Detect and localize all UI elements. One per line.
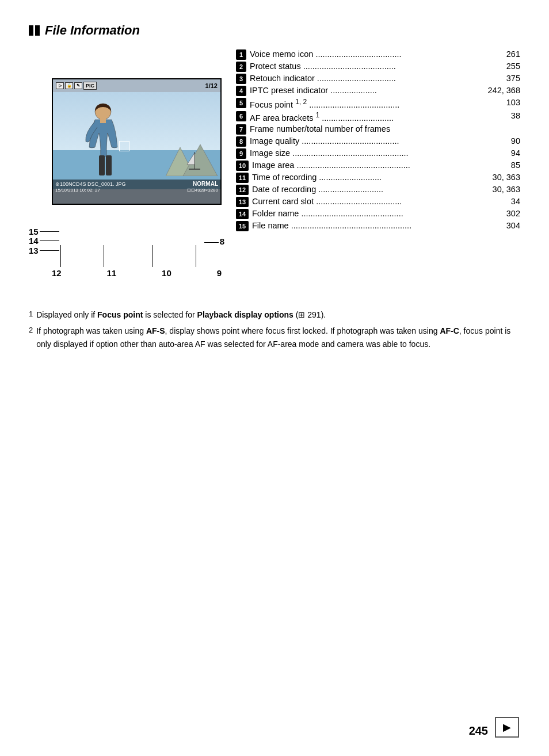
label-13: Current card slot ......................…	[252, 197, 520, 206]
label-4: IPTC preset indicator ..................…	[250, 86, 520, 95]
badge-10: 10	[236, 161, 249, 171]
pic-label: PIC	[83, 82, 97, 90]
num-label-11: 11	[107, 268, 117, 278]
svg-rect-7	[99, 155, 105, 175]
badge-6: 6	[236, 111, 246, 121]
page-title: File Information	[29, 23, 520, 38]
info-item-10: 10 Image area ..........................…	[236, 161, 520, 171]
badge-12: 12	[236, 185, 249, 195]
label-3: Retouch indicator ......................…	[250, 74, 520, 83]
info-item-5: 5 Focus point 1, 2 .....................…	[236, 98, 520, 109]
label-6: AF area brackets 1 .....................…	[250, 111, 520, 123]
screen-icons: ▷ 🔒 ✎ PIC	[56, 82, 97, 90]
page-number: 245	[469, 724, 488, 738]
section-icon	[29, 25, 40, 36]
label-10: Image area .............................…	[252, 161, 520, 170]
date-text: 15/10/2013 10: 02: 27	[55, 188, 100, 193]
info-item-9: 9 Image size ...........................…	[236, 148, 520, 159]
footnote-num-2: 2	[29, 324, 33, 350]
info-item-1: 1 Voice memo icon ......................…	[236, 49, 520, 60]
num-label-14: 14	[29, 236, 59, 246]
quality-label: NORMAL	[193, 181, 218, 187]
footnote-2: 2 If photograph was taken using AF-S, di…	[29, 324, 520, 350]
info-item-14: 14 Folder name .........................…	[236, 209, 520, 219]
icon-retouch: ✎	[74, 82, 82, 89]
info-item-8: 8 Image quality ........................…	[236, 136, 520, 147]
badge-2: 2	[236, 62, 246, 72]
badge-5: 5	[236, 98, 246, 108]
badge-7: 7	[236, 124, 246, 135]
info-item-2: 2 Protect status .......................…	[236, 62, 520, 72]
info-item-13: 13 Current card slot ...................…	[236, 197, 520, 207]
icon-voice: ▷	[56, 82, 64, 89]
label-7: Frame number/total number of frames	[250, 124, 520, 133]
frame-number: 1/12	[205, 82, 218, 89]
info-item-4: 4 IPTC preset indicator ................…	[236, 86, 520, 96]
num-label-10: 10	[162, 268, 171, 278]
info-item-12: 12 Date of recording ...................…	[236, 185, 520, 195]
info-item-11: 11 Time of recording ...................…	[236, 173, 520, 183]
num-label-15: 15	[29, 227, 59, 236]
info-list: 1 Voice memo icon ......................…	[236, 49, 520, 233]
icon-protect: 🔒	[65, 82, 73, 89]
info-item-3: 3 Retouch indicator ....................…	[236, 74, 520, 84]
label-9: Image size .............................…	[250, 148, 520, 158]
footnote-text-1: Displayed only if Focus point is selecte…	[36, 308, 326, 321]
svg-marker-3	[187, 153, 195, 165]
camera-screen: ▷ 🔒 ✎ PIC 1/12	[52, 78, 222, 205]
resolution-text: ⊡⊡4928×3280	[187, 188, 218, 193]
num-label-12: 12	[52, 268, 62, 278]
screen-bottom-bar: ⊛100NCD4S DSC_0001. JPG NORMAL 15/10/201…	[53, 180, 220, 204]
badge-15: 15	[236, 221, 249, 231]
label-1: Voice memo icon ........................…	[250, 49, 520, 59]
info-item-6: 6 AF area brackets 1 ...................…	[236, 111, 520, 123]
badge-14: 14	[236, 209, 249, 219]
screen-top-bar: ▷ 🔒 ✎ PIC 1/12	[53, 79, 220, 92]
sailboat-svg	[186, 152, 203, 172]
num-label-9: 9	[217, 268, 222, 278]
info-item-7: 7 Frame number/total number of frames	[236, 124, 520, 135]
badge-9: 9	[236, 148, 246, 159]
info-item-15: 15 File name ...........................…	[236, 221, 520, 231]
title-text: File Information	[45, 23, 140, 38]
footnotes: 1 Displayed only if Focus point is selec…	[29, 308, 520, 350]
num-label-13: 13	[29, 246, 59, 255]
badge-8: 8	[236, 136, 246, 147]
label-5: Focus point 1, 2 .......................…	[250, 98, 520, 109]
footnote-text-2: If photograph was taken using AF-S, disp…	[36, 324, 520, 350]
playback-icon: ▶	[495, 717, 519, 738]
label-12: Date of recording ......................…	[252, 185, 520, 194]
svg-rect-8	[106, 155, 112, 175]
label-15: File name ..............................…	[252, 221, 520, 230]
badge-13: 13	[236, 197, 249, 207]
badge-4: 4	[236, 86, 246, 96]
focus-square	[119, 141, 129, 151]
badge-1: 1	[236, 49, 246, 60]
footnote-1: 1 Displayed only if Focus point is selec…	[29, 308, 520, 321]
label-11: Time of recording ......................…	[252, 173, 520, 182]
label-2: Protect status .........................…	[250, 62, 520, 71]
label-14: Folder name ............................…	[252, 209, 520, 218]
num-label-8: 8	[204, 236, 224, 246]
badge-11: 11	[236, 173, 249, 183]
footnote-num-1: 1	[29, 308, 33, 321]
badge-3: 3	[236, 74, 246, 84]
filename-text: ⊛100NCD4S DSC_0001. JPG	[55, 181, 126, 187]
label-8: Image quality ..........................…	[250, 136, 520, 146]
diagram-area: 1 2 3 4 5 6 7	[29, 49, 224, 297]
svg-rect-6	[100, 119, 106, 123]
